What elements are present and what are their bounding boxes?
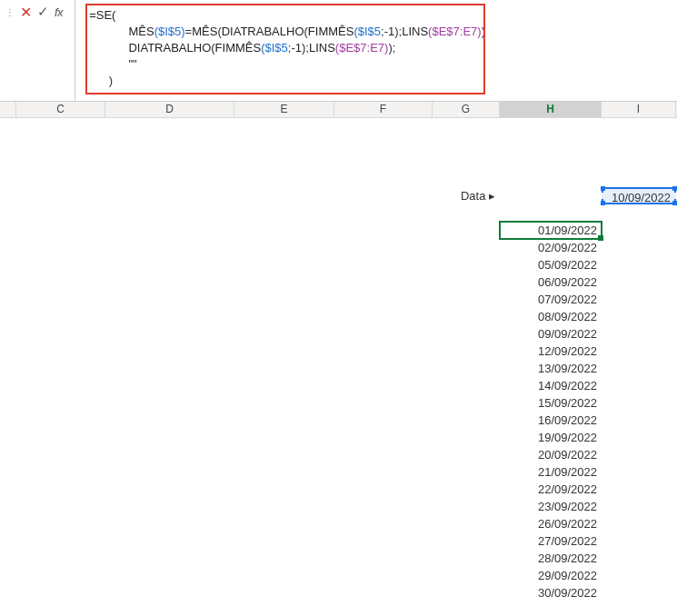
col-header-C[interactable]: C (16, 102, 105, 117)
col-header-H[interactable]: H (500, 102, 602, 117)
formula-token: LINS (402, 25, 428, 38)
formula-token: =SE( (89, 8, 115, 22)
formula-ref: ($E$7:E7) (335, 41, 389, 55)
table-row: 02/09/2022 (0, 239, 677, 256)
cancel-icon[interactable]: ✕ (20, 4, 32, 21)
date-cell[interactable]: 23/09/2022 (500, 498, 602, 515)
date-cell[interactable]: 27/09/2022 (500, 532, 602, 550)
table-row: 29/09/2022 (0, 567, 677, 584)
date-cell[interactable]: 02/09/2022 (500, 239, 602, 256)
formula-token: ); (388, 41, 395, 55)
formula-token: FIMMÊS (308, 25, 354, 38)
table-row: 12/09/2022 (0, 343, 677, 360)
table-row: 27/09/2022 (0, 532, 677, 550)
formula-bar: ⋮ ✕ ✓ fx =SE( MÊS($I$5)=MÊS(DIATRABALHO(… (0, 0, 677, 102)
table-row: 07/09/2022 (0, 291, 677, 308)
col-header-F[interactable]: F (334, 102, 433, 117)
formula-ref: ($I$5 (353, 25, 381, 38)
formula-token: ); (394, 25, 402, 38)
fx-icon[interactable]: fx (55, 5, 63, 19)
date-cell[interactable]: 16/09/2022 (500, 412, 602, 429)
formula-num: -1 (291, 41, 302, 55)
formula-token: DIATRABALHO (222, 25, 304, 38)
col-header-D[interactable]: D (105, 102, 234, 117)
table-row: 23/09/2022 (0, 498, 677, 515)
table-row: 20/09/2022 (0, 446, 677, 463)
table-row: 05/09/2022 (0, 256, 677, 273)
formula-token: ); (302, 41, 309, 55)
formula-ref: ($I$5) (154, 25, 185, 38)
enter-icon[interactable]: ✓ (37, 4, 49, 20)
worksheet-grid[interactable]: Data ▸ 10/09/2022 01/09/202202/09/202205… (0, 118, 677, 601)
date-cell[interactable]: 28/09/2022 (500, 550, 602, 567)
date-cell[interactable]: 13/09/2022 (500, 360, 602, 377)
formula-token: ) (482, 25, 485, 38)
column-headers: C D E F G H I (0, 102, 677, 118)
formula-token: FIMMÊS (215, 41, 262, 55)
date-cell[interactable]: 07/09/2022 (500, 291, 602, 308)
date-input-cell[interactable]: 10/09/2022 (602, 187, 676, 204)
table-row: 16/09/2022 (0, 412, 677, 429)
table-row: 09/09/2022 (0, 325, 677, 343)
formula-ref: ($I$5 (261, 41, 288, 55)
col-header-E[interactable]: E (234, 102, 334, 117)
table-row: 28/09/2022 (0, 550, 677, 567)
table-row: 22/09/2022 (0, 481, 677, 498)
table-row: 21/09/2022 (0, 463, 677, 481)
date-cell[interactable]: 26/09/2022 (500, 515, 602, 532)
col-header-I[interactable]: I (602, 102, 676, 117)
date-cell[interactable]: 19/09/2022 (500, 429, 602, 446)
select-all-corner[interactable] (0, 102, 16, 117)
formula-token: MÊS (192, 25, 217, 38)
data-input-row: Data ▸ 10/09/2022 (0, 187, 677, 204)
date-cell[interactable]: 05/09/2022 (500, 256, 602, 273)
data-label: Data ▸ (433, 187, 500, 204)
date-cell[interactable]: 08/09/2022 (500, 308, 602, 325)
formula-bar-controls: ⋮ ✕ ✓ fx (0, 0, 70, 20)
date-cell[interactable]: 29/09/2022 (500, 567, 602, 584)
formula-token: LINS (309, 41, 335, 55)
date-cell[interactable]: 22/09/2022 (500, 481, 602, 498)
formula-token: ) (109, 74, 113, 87)
table-row: 08/09/2022 (0, 308, 677, 325)
formula-num: -1 (384, 25, 395, 38)
formula-token: DIATRABALHO (128, 41, 211, 55)
date-cell[interactable]: 12/09/2022 (500, 343, 602, 360)
table-row: 19/09/2022 (0, 429, 677, 446)
date-cell[interactable]: 20/09/2022 (500, 446, 602, 463)
date-cell[interactable]: 15/09/2022 (500, 394, 602, 412)
col-header-G[interactable]: G (433, 102, 500, 117)
table-row: 01/09/2022 (0, 222, 677, 239)
table-row: 06/09/2022 (0, 273, 677, 291)
formula-text[interactable]: =SE( MÊS($I$5)=MÊS(DIATRABALHO(FIMMÊS($I… (85, 4, 485, 94)
drag-handle-icon[interactable]: ⋮ (5, 7, 13, 17)
formula-bar-divider (75, 0, 75, 101)
date-cell[interactable]: 01/09/2022 (500, 222, 602, 239)
formula-token: "" (128, 57, 136, 71)
date-cell[interactable]: 14/09/2022 (500, 377, 602, 394)
date-cell[interactable]: 09/09/2022 (500, 325, 602, 343)
date-cell[interactable]: 06/09/2022 (500, 273, 602, 291)
date-input-value: 10/09/2022 (612, 191, 671, 204)
formula-token: MÊS (128, 25, 154, 38)
formula-ref: ($E$7:E7) (428, 25, 482, 38)
table-row: 13/09/2022 (0, 360, 677, 377)
table-row: 15/09/2022 (0, 394, 677, 412)
table-row: 30/09/2022 (0, 584, 677, 601)
date-cell[interactable]: 21/09/2022 (500, 463, 602, 481)
date-cell[interactable]: 30/09/2022 (500, 584, 602, 601)
formula-bar-content[interactable]: =SE( MÊS($I$5)=MÊS(DIATRABALHO(FIMMÊS($I… (80, 0, 677, 101)
table-row: 26/09/2022 (0, 515, 677, 532)
table-row: 14/09/2022 (0, 377, 677, 394)
